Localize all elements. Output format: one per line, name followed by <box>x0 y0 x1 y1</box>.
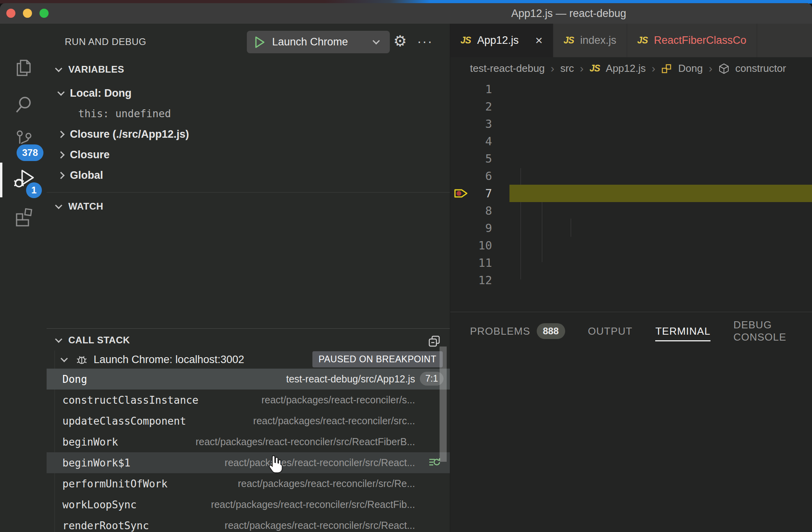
terminal-line <box>470 511 812 525</box>
code-line[interactable]: 3 <box>450 115 812 133</box>
frame-name: performUnitOfWork <box>62 478 167 490</box>
terminal-line <box>470 373 812 386</box>
chevron-down-icon <box>372 37 380 44</box>
code-line[interactable]: 8 <box>450 202 812 219</box>
current-breakpoint-arrow-icon[interactable] <box>453 187 470 200</box>
debug-badge: 1 <box>26 182 42 198</box>
stack-frame-row[interactable]: renderRootSync react/packages/react-reco… <box>47 515 450 532</box>
minimize-window-button[interactable] <box>23 9 32 18</box>
stack-frame-row[interactable]: updateClassComponent react/packages/reac… <box>47 410 450 431</box>
chevron-down-icon <box>55 335 62 343</box>
line-number[interactable]: 2 <box>450 98 492 115</box>
problems-count-badge: 888 <box>537 323 565 339</box>
frame-name: Dong <box>62 373 87 385</box>
stack-frame-row[interactable]: workLoopSync react/packages/react-reconc… <box>47 494 450 515</box>
line-number[interactable]: 5 <box>450 150 492 167</box>
launch-config-dropdown[interactable]: Launch Chrome <box>247 31 390 53</box>
frame-path: test-react-debug/src/App12.js <box>278 373 415 385</box>
code-line[interactable]: 7 <box>450 185 812 202</box>
code-editor[interactable]: 1 2 3 4 <box>450 80 812 312</box>
more-actions-icon[interactable]: ··· <box>417 33 433 49</box>
chevron-right-icon: › <box>551 62 554 75</box>
search-icon[interactable] <box>0 86 47 123</box>
code-line[interactable]: 2 <box>450 98 812 115</box>
line-number[interactable]: 8 <box>450 202 492 219</box>
tab-label: ReactFiberClassCo <box>654 34 746 47</box>
active-view-indicator <box>0 163 2 197</box>
variable-row[interactable]: Closure <box>47 144 450 165</box>
code-line[interactable]: 1 <box>450 81 812 98</box>
js-file-icon: JS <box>564 35 574 46</box>
terminal-line <box>470 483 812 497</box>
code-line[interactable]: 9 <box>450 219 812 237</box>
editor-tab[interactable]: JS App12.js × <box>450 24 553 57</box>
close-icon[interactable]: × <box>535 33 543 48</box>
stack-frame-row[interactable]: constructClassInstance react/packages/re… <box>47 390 450 410</box>
editor-tab[interactable]: JS index.js × <box>553 24 627 57</box>
breadcrumb-symbol-class[interactable]: Dong <box>678 62 703 75</box>
stack-frame-row[interactable]: performUnitOfWork react/packages/react-r… <box>47 473 450 494</box>
code-line[interactable]: 5 <box>450 150 812 167</box>
extensions-icon[interactable] <box>0 197 47 234</box>
frame-path: react/packages/react-reconciler/src/Re..… <box>230 478 415 489</box>
variable-label: Local: Dong <box>70 87 132 99</box>
gear-icon[interactable]: ⚙ <box>393 33 407 49</box>
traffic-lights <box>6 9 49 18</box>
variable-label: this: undefined <box>78 108 171 120</box>
panel-tab[interactable]: OUTPUT <box>588 312 633 350</box>
variable-row[interactable]: Local: Dong <box>47 83 450 103</box>
close-window-button[interactable] <box>6 9 15 18</box>
call-stack-section-header[interactable]: CALL STACK <box>47 332 450 348</box>
watch-section-header[interactable]: WATCH <box>47 199 450 214</box>
breadcrumb-folder[interactable]: src <box>560 62 574 75</box>
code-line[interactable]: 10 <box>450 237 812 254</box>
source-control-icon[interactable]: 378 <box>0 121 47 158</box>
line-number[interactable]: 10 <box>450 237 492 254</box>
code-line[interactable]: 11 <box>450 254 812 272</box>
stack-frame-row[interactable]: Dong test-react-debug/src/App12.js 7:1 <box>47 369 450 390</box>
line-number[interactable]: 9 <box>450 219 492 237</box>
chevron-icon <box>57 151 64 158</box>
editor-tabs: JS App12.js × JS index.js × JS ReactFibe… <box>450 24 812 57</box>
line-number[interactable]: 1 <box>450 81 492 98</box>
line-number[interactable]: 12 <box>450 272 492 289</box>
editor-tab[interactable]: JS ReactFiberClassCo × <box>627 24 757 57</box>
panel-tab[interactable]: TERMINAL <box>655 312 710 350</box>
breadcrumb-file[interactable]: App12.js <box>606 62 646 75</box>
terminal-line <box>470 414 812 428</box>
line-number[interactable]: 6 <box>450 167 492 185</box>
panel-tab-label: TERMINAL <box>655 325 710 337</box>
watch-header-label: WATCH <box>68 201 103 212</box>
js-file-icon: JS <box>461 35 471 46</box>
stack-frame-row[interactable]: beginWork$1 react/packages/react-reconci… <box>47 452 450 473</box>
chevron-down-icon <box>55 65 62 72</box>
panel-tabs: PROBLEMS 888 OUTPUT TERMINAL DEBUG CONSO… <box>450 312 812 350</box>
maximize-window-button[interactable] <box>39 9 49 18</box>
panel-tab[interactable]: PROBLEMS 888 <box>470 312 565 350</box>
variables-section-header[interactable]: VARIABLES <box>47 62 450 77</box>
code-line[interactable]: 4 <box>450 133 812 150</box>
run-debug-icon[interactable]: 1 <box>0 160 47 197</box>
breadcrumb-folder[interactable]: test-react-debug <box>470 62 545 75</box>
class-symbol-icon <box>661 63 672 74</box>
breadcrumb-symbol-method[interactable]: constructor <box>735 62 786 75</box>
variable-row[interactable]: this: undefined <box>47 103 450 124</box>
sidebar-scrollbar[interactable] <box>440 347 447 462</box>
call-stack-view-icon[interactable] <box>428 335 441 348</box>
variable-row[interactable]: Global <box>47 165 450 185</box>
frame-path: react/packages/react-reconciler/src... <box>245 415 415 427</box>
debug-session-row[interactable]: Launch Chrome: localhost:3002 PAUSED ON … <box>47 350 450 369</box>
code-line[interactable]: 6 <box>450 167 812 185</box>
code-line[interactable]: 12 <box>450 272 812 289</box>
variable-label: Global <box>70 169 103 182</box>
line-number[interactable]: 11 <box>450 254 492 272</box>
breadcrumb: test-react-debug › src › JS App12.js › D… <box>450 57 812 80</box>
line-number[interactable]: 3 <box>450 115 492 133</box>
variable-row[interactable]: Closure (./src/App12.js) <box>47 124 450 144</box>
chevron-right-icon: › <box>709 62 712 75</box>
stack-frame-row[interactable]: beginWork react/packages/react-reconcile… <box>47 431 450 452</box>
explorer-icon[interactable] <box>0 49 47 86</box>
start-debug-icon[interactable] <box>254 36 266 49</box>
panel-tab[interactable]: DEBUG CONSOLE <box>733 312 812 350</box>
line-number[interactable]: 4 <box>450 133 492 150</box>
